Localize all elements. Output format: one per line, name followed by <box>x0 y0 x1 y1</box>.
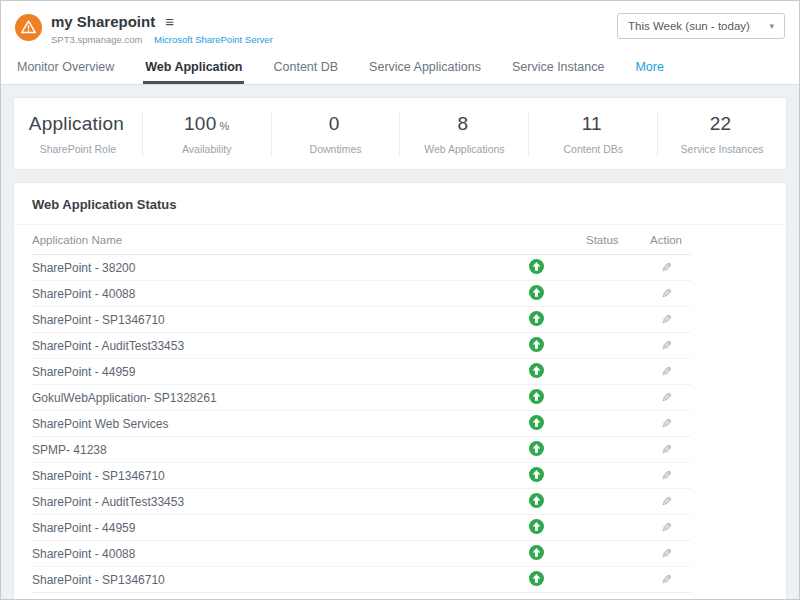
application-name: SharePoint Web Services <box>32 417 486 431</box>
column-header-application-name: Application Name <box>32 234 486 246</box>
stat-sharepoint-role: Application SharePoint Role <box>14 111 143 157</box>
tab-more[interactable]: More <box>633 51 665 84</box>
table-row: SPMP- 41238 ✎ <box>32 437 691 463</box>
table-header-row: Application Name Status Action <box>32 225 691 255</box>
status-up-icon <box>529 363 544 378</box>
stat-label: Availability <box>147 143 267 155</box>
edit-icon[interactable]: ✎ <box>661 260 672 275</box>
application-name: SharePoint - 44959 <box>32 521 486 535</box>
tab-content-db[interactable]: Content DB <box>271 51 340 84</box>
application-name: SharePoint - 38200 <box>32 261 486 275</box>
edit-icon[interactable]: ✎ <box>661 416 672 431</box>
application-name: SharePoint - AuditTest33453 <box>32 495 486 509</box>
edit-icon[interactable]: ✎ <box>661 572 672 587</box>
stat-value: 100 <box>184 113 216 134</box>
application-name: SPMP- 41238 <box>32 443 486 457</box>
tab-service-instance[interactable]: Service Instance <box>510 51 606 84</box>
stat-value: 11 <box>582 113 602 134</box>
table-row: SharePoint - 44959 ✎ <box>32 359 691 385</box>
stat-label: Web Applications <box>404 143 524 155</box>
application-name: SharePoint - 40088 <box>32 287 486 301</box>
stat-label: Content DBs <box>533 143 653 155</box>
column-header-status: Status <box>586 234 641 246</box>
stat-content-dbs: 11 Content DBs <box>529 111 658 157</box>
tab-bar: Monitor OverviewWeb ApplicationContent D… <box>1 49 799 85</box>
tab-monitor-overview[interactable]: Monitor Overview <box>15 51 116 84</box>
stat-availability: 100% Availability <box>143 111 272 157</box>
stats-card: Application SharePoint Role 100% Availab… <box>13 97 787 170</box>
stat-label: SharePoint Role <box>18 143 138 155</box>
web-application-table: Application Name Status Action SharePoin… <box>14 225 786 599</box>
status-up-icon <box>529 389 544 404</box>
application-name: GokulWebApplication- SP1328261 <box>32 391 486 405</box>
stat-downtimes: 0 Downtimes <box>272 111 401 157</box>
stat-value: 8 <box>458 113 469 134</box>
edit-icon[interactable]: ✎ <box>661 286 672 301</box>
table-row: SharePoint - AuditTest33453 ✎ <box>32 333 691 359</box>
status-up-icon <box>529 415 544 430</box>
edit-icon[interactable]: ✎ <box>661 338 672 353</box>
menu-icon[interactable]: ≡ <box>165 14 174 29</box>
title-block: my Sharepoint ≡ SPT3.spmanage.com Micros… <box>51 13 273 45</box>
table-body: SharePoint - 38200 ✎ SharePoint - 40088 <box>32 255 691 593</box>
application-name: SharePoint - SP1346710 <box>32 313 486 327</box>
status-up-icon <box>529 337 544 352</box>
status-up-icon <box>529 467 544 482</box>
tab-web-application[interactable]: Web Application <box>143 51 244 84</box>
card-title: Web Application Status <box>14 183 786 225</box>
edit-icon[interactable]: ✎ <box>661 390 672 405</box>
monitor-identity: my Sharepoint ≡ SPT3.spmanage.com Micros… <box>15 13 273 45</box>
table-row: SharePoint - AuditTest33453 ✎ <box>32 489 691 515</box>
edit-icon[interactable]: ✎ <box>661 312 672 327</box>
edit-icon[interactable]: ✎ <box>661 546 672 561</box>
application-name: SharePoint - SP1346710 <box>32 469 486 483</box>
status-up-icon <box>529 545 544 560</box>
column-header-action: Action <box>641 234 691 246</box>
status-up-icon <box>529 285 544 300</box>
server-type-link[interactable]: Microsoft SharePoint Server <box>154 34 273 45</box>
table-row: SharePoint - 40088 ✎ <box>32 541 691 567</box>
status-up-icon <box>529 571 544 586</box>
warning-status-icon <box>15 14 42 41</box>
time-range-select[interactable]: This Week (sun - today) ▾ <box>617 13 785 39</box>
status-up-icon <box>529 441 544 456</box>
web-application-status-card: Web Application Status Application Name … <box>13 182 787 600</box>
table-row: SharePoint - SP1346710 ✎ <box>32 567 691 593</box>
tab-service-applications[interactable]: Service Applications <box>367 51 483 84</box>
stat-label: Service Instances <box>662 143 782 155</box>
application-name: SharePoint - AuditTest33453 <box>32 339 486 353</box>
application-name: SharePoint - SP1346710 <box>32 573 486 587</box>
stat-label: Downtimes <box>276 143 396 155</box>
stat-value: Application <box>29 113 124 134</box>
application-name: SharePoint - 40088 <box>32 547 486 561</box>
application-name: SharePoint - 44959 <box>32 365 486 379</box>
status-up-icon <box>529 519 544 534</box>
table-row: GokulWebApplication- SP1328261 ✎ <box>32 385 691 411</box>
stat-web-applications: 8 Web Applications <box>400 111 529 157</box>
edit-icon[interactable]: ✎ <box>661 520 672 535</box>
edit-icon[interactable]: ✎ <box>661 468 672 483</box>
stat-value: 0 <box>329 113 340 134</box>
stat-suffix: % <box>219 120 229 132</box>
app-window: my Sharepoint ≡ SPT3.spmanage.com Micros… <box>0 0 800 600</box>
chevron-down-icon: ▾ <box>769 21 774 31</box>
table-row: SharePoint - 38200 ✎ <box>32 255 691 281</box>
header: my Sharepoint ≡ SPT3.spmanage.com Micros… <box>1 1 799 49</box>
table-row: SharePoint - 40088 ✎ <box>32 281 691 307</box>
time-range-value: This Week (sun - today) <box>628 20 750 32</box>
status-up-icon <box>529 493 544 508</box>
host-name: SPT3.spmanage.com <box>51 34 142 45</box>
stat-value: 22 <box>710 113 732 134</box>
stat-service-instances: 22 Service Instances <box>658 111 786 157</box>
table-row: SharePoint Web Services ✎ <box>32 411 691 437</box>
table-row: SharePoint - 44959 ✎ <box>32 515 691 541</box>
edit-icon[interactable]: ✎ <box>661 494 672 509</box>
table-row: SharePoint - SP1346710 ✎ <box>32 307 691 333</box>
page-title: my Sharepoint <box>51 13 155 30</box>
status-up-icon <box>529 259 544 274</box>
edit-icon[interactable]: ✎ <box>661 364 672 379</box>
table-row: SharePoint - SP1346710 ✎ <box>32 463 691 489</box>
status-up-icon <box>529 311 544 326</box>
edit-icon[interactable]: ✎ <box>661 442 672 457</box>
